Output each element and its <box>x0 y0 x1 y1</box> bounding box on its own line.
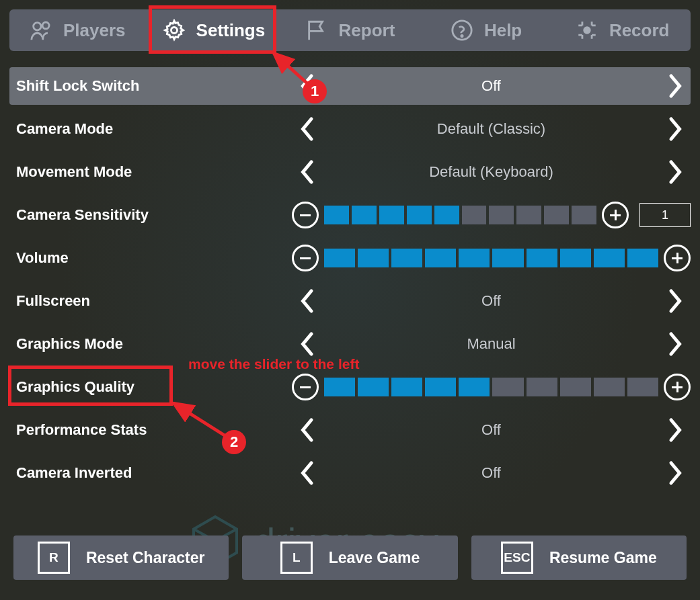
setting-row-shift-lock: Shift Lock SwitchOff <box>9 67 691 105</box>
slider-segment[interactable] <box>489 206 514 224</box>
slider-segment[interactable] <box>379 206 404 224</box>
svg-point-3 <box>42 22 49 29</box>
tab-label: Settings <box>196 20 266 41</box>
svg-point-7 <box>584 28 590 34</box>
setting-label: Graphics Mode <box>9 335 292 353</box>
tab-bar: Players Settings Report Help Record <box>9 9 691 51</box>
slider-segment[interactable] <box>572 206 596 224</box>
slider-segment[interactable] <box>324 378 355 396</box>
help-icon <box>451 19 473 42</box>
plus-button[interactable] <box>602 202 629 228</box>
plus-button[interactable] <box>664 245 691 271</box>
setting-label: Camera Sensitivity <box>9 206 292 224</box>
slider-segment[interactable] <box>324 206 349 224</box>
key-badge: R <box>38 542 70 574</box>
slider-segment[interactable] <box>407 206 432 224</box>
setting-value: Default (Keyboard) <box>324 163 658 181</box>
minus-button[interactable] <box>292 374 319 400</box>
minus-button[interactable] <box>292 245 319 271</box>
setting-row-movement-mode: Movement ModeDefault (Keyboard) <box>9 153 691 191</box>
tab-label: Record <box>609 20 670 41</box>
chevron-left-icon[interactable] <box>292 285 324 317</box>
tab-label: Report <box>339 20 395 41</box>
setting-row-camera-sensitivity: Camera Sensitivity1 <box>9 196 691 234</box>
tab-label: Players <box>63 20 126 41</box>
chevron-right-icon[interactable] <box>658 113 691 145</box>
slider-segment[interactable] <box>391 249 422 267</box>
setting-row-fullscreen: FullscreenOff <box>9 282 691 320</box>
slider-segment[interactable] <box>627 378 658 396</box>
slider-segment[interactable] <box>594 249 625 267</box>
chevron-right-icon[interactable] <box>658 414 691 446</box>
button-label: Reset Character <box>86 549 204 567</box>
slider-segment[interactable] <box>324 249 355 267</box>
setting-label: Camera Inverted <box>9 464 292 482</box>
slider-segment[interactable] <box>527 378 557 396</box>
setting-value: Off <box>324 77 658 95</box>
slider-segment[interactable] <box>425 378 456 396</box>
resume-game-button[interactable]: ESC Resume Game <box>471 535 687 580</box>
key-badge: L <box>280 542 313 574</box>
slider-segment[interactable] <box>459 249 490 267</box>
slider-segment[interactable] <box>516 206 541 224</box>
slider-segment[interactable] <box>492 249 523 267</box>
slider-segment[interactable] <box>544 206 569 224</box>
slider-segment[interactable] <box>462 206 487 224</box>
tab-settings[interactable]: Settings <box>146 9 282 51</box>
chevron-right-icon[interactable] <box>658 70 691 102</box>
chevron-left-icon[interactable] <box>292 70 324 102</box>
chevron-right-icon[interactable] <box>658 156 691 188</box>
setting-value: Off <box>324 464 658 482</box>
setting-label: Volume <box>9 249 292 267</box>
svg-point-4 <box>171 27 177 33</box>
chevron-right-icon[interactable] <box>658 285 691 317</box>
tab-record[interactable]: Record <box>554 9 691 51</box>
slider-segment[interactable] <box>358 249 389 267</box>
chevron-left-icon[interactable] <box>292 156 324 188</box>
plus-button[interactable] <box>664 374 691 400</box>
slider-segment[interactable] <box>391 378 422 396</box>
chevron-left-icon[interactable] <box>292 113 324 145</box>
slider-track[interactable] <box>324 249 658 267</box>
bottom-actions: R Reset Character L Leave Game ESC Resum… <box>13 535 687 580</box>
slider-number[interactable]: 1 <box>639 203 691 227</box>
slider-segment[interactable] <box>560 249 591 267</box>
tab-help[interactable]: Help <box>418 9 555 51</box>
flag-icon <box>305 19 328 42</box>
slider-segment[interactable] <box>459 378 490 396</box>
slider-track[interactable] <box>324 378 658 396</box>
minus-button[interactable] <box>292 202 319 228</box>
slider-segment[interactable] <box>425 249 456 267</box>
setting-label: Fullscreen <box>9 292 292 310</box>
slider-segment[interactable] <box>527 249 557 267</box>
reset-character-button[interactable]: R Reset Character <box>13 535 229 580</box>
chevron-left-icon[interactable] <box>292 414 324 446</box>
slider-segment[interactable] <box>492 378 523 396</box>
setting-value: Default (Classic) <box>324 120 658 138</box>
tab-report[interactable]: Report <box>282 9 418 51</box>
setting-row-graphics-mode: Graphics ModeManual <box>9 325 691 363</box>
players-icon <box>30 19 52 42</box>
slider-segment[interactable] <box>560 378 591 396</box>
slider-segment[interactable] <box>352 206 377 224</box>
setting-label: Performance Stats <box>9 421 292 439</box>
tab-players[interactable]: Players <box>9 9 146 51</box>
chevron-left-icon[interactable] <box>292 457 324 489</box>
setting-label: Movement Mode <box>9 163 292 181</box>
slider-segment[interactable] <box>627 249 658 267</box>
chevron-right-icon[interactable] <box>658 457 691 489</box>
chevron-right-icon[interactable] <box>658 328 691 360</box>
record-icon <box>576 19 598 42</box>
chevron-left-icon[interactable] <box>292 328 324 360</box>
slider-track[interactable] <box>324 206 596 224</box>
slider-segment[interactable] <box>594 378 625 396</box>
setting-row-camera-mode: Camera ModeDefault (Classic) <box>9 110 691 148</box>
button-label: Leave Game <box>329 549 420 567</box>
setting-value: Off <box>324 421 658 439</box>
setting-value: Manual <box>324 335 658 353</box>
button-label: Resume Game <box>549 549 657 567</box>
setting-row-graphics-quality: Graphics Quality <box>9 368 691 406</box>
slider-segment[interactable] <box>358 378 389 396</box>
leave-game-button[interactable]: L Leave Game <box>242 535 457 580</box>
slider-segment[interactable] <box>434 206 459 224</box>
